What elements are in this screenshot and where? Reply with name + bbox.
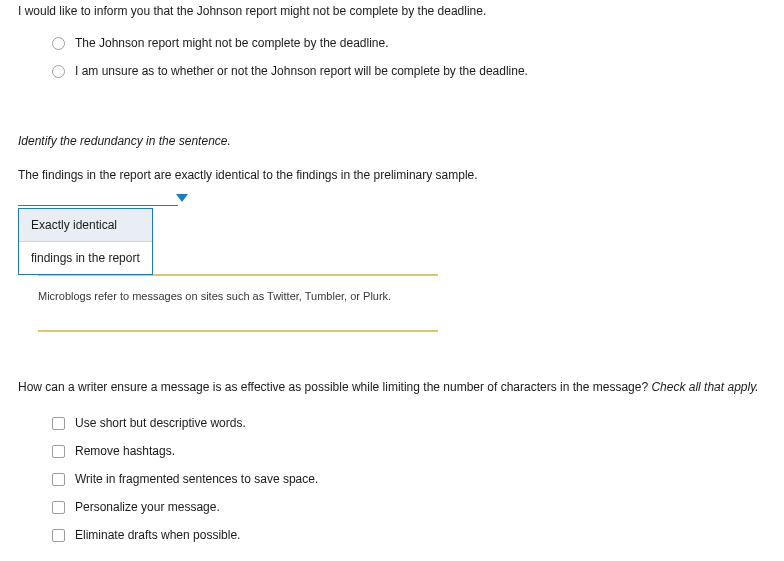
q2-sentence: The findings in the report are exactly i… (18, 168, 766, 182)
q3-prompt: How can a writer ensure a message is as … (18, 380, 766, 394)
q1-radio-group: The Johnson report might not be complete… (18, 36, 766, 78)
q3-option-0[interactable]: Use short but descriptive words. (52, 416, 766, 430)
q1-option-0-label: The Johnson report might not be complete… (75, 36, 389, 50)
q1-option-1-label: I am unsure as to whether or not the Joh… (75, 64, 528, 78)
q3-option-3-label: Personalize your message. (75, 500, 220, 514)
q1-option-0[interactable]: The Johnson report might not be complete… (52, 36, 766, 50)
q3-prompt-tail: Check all that apply. (651, 380, 758, 394)
q3-option-4-label: Eliminate drafts when possible. (75, 528, 240, 542)
q3-option-3[interactable]: Personalize your message. (52, 500, 766, 514)
checkbox-icon (52, 473, 65, 486)
checkbox-icon (52, 417, 65, 430)
radio-icon (52, 37, 65, 50)
q3-option-1-label: Remove hashtags. (75, 444, 175, 458)
checkbox-icon (52, 529, 65, 542)
divider-bottom (38, 330, 438, 332)
q2-dropdown-trigger[interactable]: Exactly identical findings in the report (18, 188, 178, 212)
q2-dropdown-option-0[interactable]: Exactly identical (19, 209, 152, 241)
q3-checkbox-group: Use short but descriptive words. Remove … (18, 416, 766, 542)
q3-prompt-main: How can a writer ensure a message is as … (18, 380, 651, 394)
q2-prompt: Identify the redundancy in the sentence. (18, 134, 766, 148)
chevron-down-icon (176, 194, 188, 202)
checkbox-icon (52, 445, 65, 458)
dropdown-underline (18, 205, 178, 206)
q3-option-4[interactable]: Eliminate drafts when possible. (52, 528, 766, 542)
q2-dropdown-menu: Exactly identical findings in the report (18, 208, 153, 275)
q3-option-1[interactable]: Remove hashtags. (52, 444, 766, 458)
q3-option-2[interactable]: Write in fragmented sentences to save sp… (52, 472, 766, 486)
q2-dropdown-option-1[interactable]: findings in the report (19, 241, 152, 274)
q1-option-1[interactable]: I am unsure as to whether or not the Joh… (52, 64, 766, 78)
info-text: Microblogs refer to messages on sites su… (38, 290, 766, 302)
q3-option-0-label: Use short but descriptive words. (75, 416, 246, 430)
q1-intro-text: I would like to inform you that the John… (18, 4, 766, 18)
info-block: Microblogs refer to messages on sites su… (18, 274, 766, 332)
radio-icon (52, 65, 65, 78)
checkbox-icon (52, 501, 65, 514)
q3-option-2-label: Write in fragmented sentences to save sp… (75, 472, 318, 486)
